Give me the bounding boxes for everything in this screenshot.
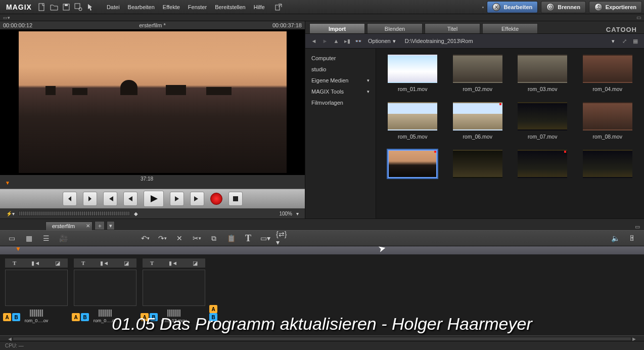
clip-thumbnail[interactable] (583, 102, 632, 130)
zoom-dropdown-icon[interactable]: ▾ (296, 211, 299, 216)
places-item[interactable]: Computer (305, 53, 376, 64)
mode-grid-icon[interactable]: ▦ (22, 232, 35, 244)
fx-icon[interactable]: ◪ (55, 260, 60, 267)
goto-start-button[interactable] (103, 192, 117, 206)
title-icon[interactable]: T (150, 260, 154, 266)
arrow-tool-icon[interactable] (85, 2, 96, 13)
clip-thumbnail[interactable] (74, 270, 136, 306)
new-file-icon[interactable] (36, 2, 48, 13)
open-folder-icon[interactable] (49, 2, 60, 13)
timeline-ruler[interactable]: ▼ (0, 246, 644, 254)
flash-icon[interactable]: ⚡▾ (6, 211, 15, 216)
next-frame-button[interactable] (170, 192, 184, 206)
nav-forward-icon[interactable]: ► (320, 38, 330, 45)
undo-button[interactable]: ↶▾ (139, 232, 152, 244)
path-field[interactable]: D:\Videotraining_2013\Rom (401, 38, 607, 44)
slider-grip-icon[interactable]: ◆ (134, 211, 138, 216)
export-button[interactable]: Exportieren (589, 1, 642, 13)
clip-thumbnail[interactable] (518, 150, 567, 178)
menu-datei[interactable]: Datei (103, 0, 124, 14)
mute-icon[interactable]: 🔈 (609, 232, 622, 244)
clip-thumbnail[interactable] (388, 150, 437, 178)
tab-titel[interactable]: Titel (425, 23, 480, 33)
clip-thumbnail[interactable] (518, 55, 567, 83)
group-button[interactable]: ▭▾ (259, 232, 272, 244)
title-button[interactable]: T (242, 232, 255, 244)
menu-fenster[interactable]: Fenster (184, 0, 211, 14)
menu-hilfe[interactable]: Hilfe (250, 0, 269, 14)
clip-thumbnail[interactable] (5, 270, 68, 306)
clip-thumbnail[interactable] (453, 102, 502, 130)
tab-import[interactable]: Import (309, 23, 365, 33)
edit-mode-button[interactable]: Bearbeiten (487, 1, 538, 13)
playhead-marker-icon[interactable]: ▼ (5, 180, 10, 186)
nav-flag-icon[interactable]: ▸▮ (343, 38, 352, 45)
clip-thumbnail[interactable] (388, 55, 437, 83)
mark-in-button[interactable] (63, 192, 77, 206)
fx-icon[interactable]: ◪ (193, 260, 198, 267)
timeline-tab[interactable]: ersterfilm ✕ (45, 222, 93, 230)
places-item[interactable]: Eigene Medien▾ (305, 75, 376, 86)
scrollbar-track[interactable] (13, 337, 631, 341)
goto-end-button[interactable] (190, 192, 204, 206)
clip-thumbnail[interactable] (453, 150, 502, 178)
timeline-playhead-icon[interactable]: ▼ (15, 245, 21, 252)
volume-slider[interactable] (19, 211, 130, 216)
external-link-icon[interactable] (273, 2, 284, 13)
clip-thumbnail[interactable] (583, 55, 632, 83)
video-frame[interactable] (19, 31, 287, 173)
play-button[interactable] (144, 191, 164, 207)
places-item[interactable]: MAGIX Tools▾ (305, 86, 376, 97)
close-icon[interactable]: ✕ (86, 223, 90, 229)
audio-icon[interactable]: ▮◄ (31, 260, 40, 267)
layout-dropdown-icon[interactable]: ▭▾ (3, 15, 10, 20)
clip-thumbnail[interactable] (453, 55, 502, 83)
grid-view-icon[interactable]: ▦ (631, 38, 640, 45)
tab-effekte[interactable]: Effekte (482, 23, 538, 33)
clip-grid-wrap[interactable]: rom_01.movrom_02.movrom_03.movrom_04.mov… (376, 49, 644, 218)
title-icon[interactable]: T (81, 260, 85, 266)
record-button[interactable] (210, 193, 222, 205)
panel-maximize-icon[interactable]: ▭ (636, 15, 644, 20)
clip-thumbnail[interactable] (388, 102, 437, 130)
paste-button[interactable]: 📋 (224, 232, 238, 244)
storyboard[interactable]: T ▮◄ ◪ rom_0….ov AB T ▮◄ ◪ rom_0….ov AB … (0, 254, 644, 335)
menu-effekte[interactable]: Effekte (159, 0, 184, 14)
burn-button[interactable]: Brennen (541, 1, 586, 13)
mixer-icon[interactable]: 🎚 (626, 232, 639, 244)
title-icon[interactable]: T (13, 260, 16, 266)
cut-button[interactable]: ✂▾ (190, 232, 203, 244)
ungroup-button[interactable]: {⇄}▾ (276, 232, 289, 244)
fx-icon[interactable]: ◪ (124, 260, 129, 267)
mode-single-icon[interactable]: ▭ (5, 232, 18, 244)
nav-up-icon[interactable]: ▲ (332, 38, 341, 45)
prev-frame-button[interactable] (123, 192, 137, 206)
places-item[interactable]: Filmvorlagen (305, 97, 376, 108)
stop-button[interactable] (228, 192, 243, 206)
audio-icon[interactable]: ▮◄ (100, 260, 109, 267)
binoculars-icon[interactable]: 👓 (354, 38, 363, 45)
delete-button[interactable]: ✕ (173, 232, 186, 244)
timeline-tab-dropdown[interactable]: ▾ (107, 221, 115, 230)
mark-out-button[interactable] (83, 192, 97, 206)
save-settings-icon[interactable] (73, 2, 84, 13)
mode-list-icon[interactable]: ☰ (39, 232, 53, 244)
zoom-fit-icon[interactable]: ⤢ (620, 38, 629, 45)
path-dropdown-icon[interactable]: ▾ (612, 38, 615, 45)
tab-blenden[interactable]: Blenden (367, 23, 423, 33)
mode-camera-icon[interactable]: 🎥 (57, 232, 70, 244)
add-timeline-button[interactable]: ＋ (95, 221, 105, 230)
clip-thumbnail[interactable] (518, 102, 567, 130)
options-dropdown[interactable]: Optionen ▾ (368, 38, 396, 45)
nav-back-icon[interactable]: ◄ (309, 38, 318, 45)
places-item[interactable]: studio (305, 64, 376, 75)
redo-button[interactable]: ↷▾ (156, 232, 169, 244)
menu-bearbeiten[interactable]: Bearbeiten (124, 0, 159, 14)
clip-thumbnail[interactable] (143, 270, 205, 306)
timeline-maximize-icon[interactable]: ▭ (631, 224, 644, 230)
clip-thumbnail[interactable] (583, 150, 632, 178)
catooh-logo[interactable]: CATOOH (603, 26, 640, 33)
save-icon[interactable] (61, 2, 72, 13)
audio-icon[interactable]: ▮◄ (169, 260, 177, 267)
preview-ruler[interactable]: ▼ 37:18 (0, 175, 305, 189)
